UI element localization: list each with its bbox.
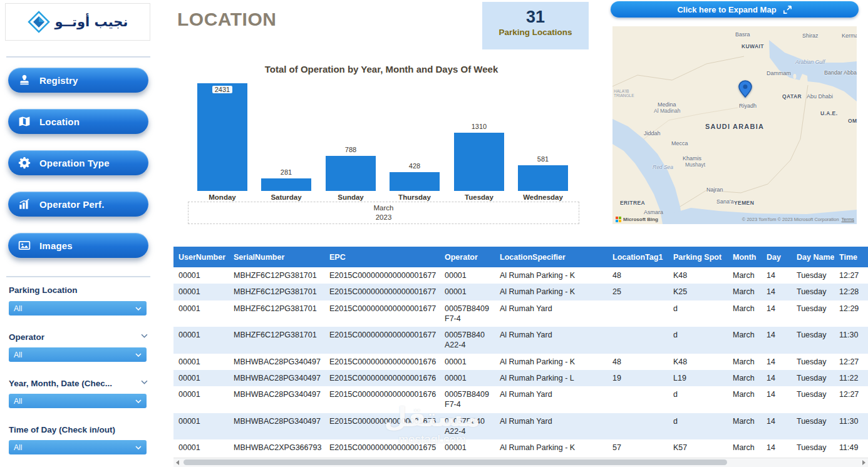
table-cell[interactable]: 00001 bbox=[440, 370, 495, 386]
table-cell[interactable]: E2015C000000000000001676 bbox=[324, 413, 440, 440]
table-cell[interactable]: 00057B840A22-4 bbox=[440, 413, 495, 440]
table-cell[interactable]: March bbox=[728, 386, 762, 413]
filter-dropdown-parking-location[interactable]: All bbox=[9, 301, 147, 316]
table-cell[interactable]: E2015C000000000000001676 bbox=[324, 386, 440, 413]
column-header-serialnumber[interactable]: SerialNumber bbox=[229, 247, 324, 267]
table-cell[interactable]: Al Rumah Yard bbox=[495, 327, 607, 354]
table-cell[interactable]: 00001 bbox=[173, 386, 229, 413]
table-cell[interactable] bbox=[607, 413, 668, 440]
table-cell[interactable]: March bbox=[728, 354, 762, 370]
column-header-operator[interactable]: Operator bbox=[440, 247, 495, 267]
table-cell[interactable]: 57 bbox=[607, 439, 668, 456]
table-cell[interactable]: 12:27 bbox=[834, 386, 868, 413]
table-row[interactable]: 00001MBHWBAC2XPG366793E2015C000000000000… bbox=[173, 439, 868, 456]
table-cell[interactable]: 00001 bbox=[173, 284, 229, 300]
column-header-parking-spot[interactable]: Parking Spot bbox=[668, 247, 728, 267]
table-cell[interactable]: 00057B840A22-4 bbox=[440, 327, 495, 354]
table-cell[interactable]: Tuesday bbox=[792, 300, 834, 327]
table-cell[interactable]: K48 bbox=[668, 267, 728, 284]
table-cell[interactable]: 00001 bbox=[440, 439, 495, 456]
table-cell[interactable]: E2015C000000000000001677 bbox=[324, 284, 440, 300]
table-cell[interactable]: 14 bbox=[762, 267, 792, 284]
sidebar-item-location[interactable]: Location bbox=[8, 109, 148, 134]
table-cell[interactable]: Al Rumah Parking - K bbox=[495, 267, 607, 284]
table-cell[interactable]: Tuesday bbox=[792, 439, 834, 456]
table-cell[interactable]: March bbox=[728, 370, 762, 386]
column-header-locationtag1[interactable]: LocationTag1 bbox=[607, 247, 668, 267]
bar-thursday[interactable] bbox=[390, 172, 440, 191]
table-cell[interactable]: MBHWBAC28PG340497 bbox=[229, 370, 324, 386]
bar-sunday[interactable] bbox=[326, 156, 376, 191]
table-cell[interactable]: March bbox=[728, 300, 762, 327]
bar-monday[interactable] bbox=[197, 83, 247, 191]
filter-dropdown-time-of-day-check-in-out[interactable]: All bbox=[9, 440, 147, 454]
column-header-month[interactable]: Month bbox=[728, 247, 762, 267]
table-cell[interactable]: 00001 bbox=[173, 413, 229, 440]
table-cell[interactable]: 00001 bbox=[173, 370, 229, 386]
table-cell[interactable]: MBHZF6C12PG381701 bbox=[229, 327, 324, 354]
scrollbar-thumb[interactable] bbox=[183, 459, 727, 465]
table-cell[interactable]: March bbox=[728, 267, 762, 284]
table-cell[interactable]: d bbox=[668, 386, 728, 413]
table-cell[interactable]: 48 bbox=[607, 354, 668, 370]
table-row[interactable]: 00001MBHZF6C12PG381701E2015C000000000000… bbox=[173, 300, 868, 327]
sidebar-item-registry[interactable]: Registry bbox=[8, 68, 148, 93]
table-cell[interactable]: 11:22 bbox=[834, 370, 868, 386]
table-cell[interactable]: March bbox=[728, 439, 762, 456]
table-cell[interactable]: E2015C000000000000001676 bbox=[324, 370, 440, 386]
table-cell[interactable]: d bbox=[668, 413, 728, 440]
table-cell[interactable]: MBHWBAC2XPG366793 bbox=[229, 439, 324, 456]
table-cell[interactable]: Tuesday bbox=[792, 327, 834, 354]
table-cell[interactable]: 12:29 bbox=[834, 300, 868, 327]
table-cell[interactable]: Tuesday bbox=[792, 370, 834, 386]
table-cell[interactable] bbox=[607, 386, 668, 413]
scroll-left-arrow[interactable] bbox=[176, 460, 179, 465]
table-cell[interactable]: 14 bbox=[762, 413, 792, 440]
table-cell[interactable]: 11:30 bbox=[834, 413, 868, 440]
table-cell[interactable]: E2015C000000000000001675 bbox=[324, 439, 440, 456]
filter-dropdown-year-month-date-chec[interactable]: All bbox=[9, 394, 147, 408]
expand-map-button[interactable]: Click here to Expand Map bbox=[611, 1, 859, 18]
table-cell[interactable]: MBHWBAC28PG340497 bbox=[229, 386, 324, 413]
bar-saturday[interactable] bbox=[261, 178, 311, 191]
table-cell[interactable]: 00001 bbox=[173, 300, 229, 327]
bar-tuesday[interactable] bbox=[454, 133, 504, 191]
map-terms-link[interactable]: Terms bbox=[842, 217, 854, 222]
table-row[interactable]: 00001MBHZF6C12PG381701E2015C000000000000… bbox=[173, 284, 868, 300]
column-header-usernumber[interactable]: UserNumber bbox=[173, 247, 229, 267]
filter-collapse-chevron-icon[interactable] bbox=[141, 380, 148, 384]
table-cell[interactable]: 11:49 bbox=[834, 439, 868, 456]
table-cell[interactable]: MBHZF6C12PG381701 bbox=[229, 300, 324, 327]
table-cell[interactable]: Tuesday bbox=[792, 267, 834, 284]
table-cell[interactable]: K48 bbox=[668, 354, 728, 370]
table-cell[interactable]: Al Rumah Parking - K bbox=[495, 284, 607, 300]
column-header-epc[interactable]: EPC bbox=[324, 247, 440, 267]
table-cell[interactable]: Tuesday bbox=[792, 354, 834, 370]
filter-dropdown-operator[interactable]: All bbox=[9, 347, 147, 362]
table-cell[interactable]: 00001 bbox=[440, 267, 495, 284]
table-cell[interactable]: 14 bbox=[762, 354, 792, 370]
table-cell[interactable]: Tuesday bbox=[792, 386, 834, 413]
table-cell[interactable]: March bbox=[728, 284, 762, 300]
table-cell[interactable]: Al Rumah Parking - K bbox=[495, 439, 607, 456]
table-cell[interactable]: 19 bbox=[607, 370, 668, 386]
scroll-right-arrow[interactable] bbox=[862, 460, 865, 465]
map[interactable]: BasraShirazKermanKUWAITArabian GulfDamma… bbox=[612, 26, 857, 224]
table-cell[interactable]: 12:28 bbox=[834, 284, 868, 300]
column-header-day[interactable]: Day bbox=[762, 247, 792, 267]
table-cell[interactable]: 00001 bbox=[173, 354, 229, 370]
table-row[interactable]: 00001MBHWBAC28PG340497E2015C000000000000… bbox=[173, 354, 868, 370]
table-cell[interactable]: L19 bbox=[668, 370, 728, 386]
table-cell[interactable]: 00001 bbox=[173, 267, 229, 284]
table-cell[interactable]: Al Rumah Parking - K bbox=[495, 354, 607, 370]
table-cell[interactable]: 12:27 bbox=[834, 267, 868, 284]
table-cell[interactable]: 00057B8409F7-4 bbox=[440, 386, 495, 413]
table-cell[interactable]: MBHZF6C12PG381701 bbox=[229, 267, 324, 284]
table-cell[interactable]: 25 bbox=[607, 284, 668, 300]
table-cell[interactable]: 48 bbox=[607, 267, 668, 284]
table-cell[interactable]: MBHZF6C12PG381701 bbox=[229, 284, 324, 300]
table-cell[interactable] bbox=[607, 300, 668, 327]
table-cell[interactable]: E2015C000000000000001676 bbox=[324, 354, 440, 370]
table-cell[interactable]: MBHWBAC28PG340497 bbox=[229, 413, 324, 440]
table-cell[interactable]: 00001 bbox=[440, 284, 495, 300]
